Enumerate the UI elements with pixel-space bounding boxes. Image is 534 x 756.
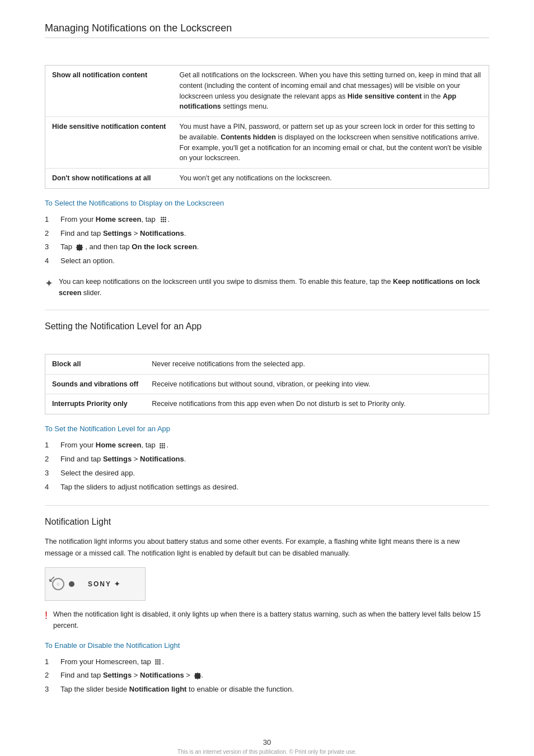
term-hide-sensitive: Hide sensitive notification content <box>45 117 173 169</box>
svg-point-9 <box>160 443 162 445</box>
app-section-heading: To Set the Notification Level for an App <box>45 424 489 433</box>
copyright-text: This is an internet version of this publ… <box>45 749 489 755</box>
svg-point-18 <box>156 659 157 661</box>
page-number: 30 <box>45 738 489 746</box>
svg-point-23 <box>160 661 161 663</box>
list-item: 1 From your Home screen, tap . <box>45 438 489 452</box>
page: Managing Notifications on the Lockscreen… <box>0 0 534 756</box>
svg-point-4 <box>163 219 165 221</box>
svg-point-25 <box>157 663 159 665</box>
svg-point-24 <box>156 663 157 665</box>
gear-icon <box>76 244 83 251</box>
arrow-icon: ↙ <box>48 573 55 584</box>
svg-point-10 <box>162 443 163 445</box>
section-divider <box>45 310 489 310</box>
sony-device-image: ↙ ○ SONY ✦ <box>45 567 146 601</box>
svg-point-8 <box>165 221 167 223</box>
app-level-table: Block all Never receive notifications fr… <box>45 354 489 414</box>
notification-dot <box>69 581 74 587</box>
lockscreen-table: Show all notification content Get all no… <box>45 65 489 189</box>
lockscreen-section-heading: To Select the Notifications to Display o… <box>45 199 489 207</box>
list-item: 2 Find and tap Settings > Notifications … <box>45 669 489 683</box>
svg-point-22 <box>157 661 159 663</box>
table-row: Interrupts Priority only Receive notific… <box>45 394 489 414</box>
list-item: 2 Find and tap Settings > Notifications. <box>45 227 489 241</box>
notification-light-heading: To Enable or Disable the Notification Li… <box>45 641 489 650</box>
table-row: Sounds and vibrations off Receive notifi… <box>45 374 489 394</box>
svg-point-19 <box>157 659 159 661</box>
page-footer: 30 This is an internet version of this p… <box>45 738 489 755</box>
svg-point-16 <box>162 447 163 449</box>
app-steps-list: 1 From your Home screen, tap . 2 Find an… <box>45 438 489 494</box>
lockscreen-tip-box: ✦ You can keep notifications on the lock… <box>45 276 489 298</box>
notification-light-steps-list: 1 From your Homescreen, tap . <box>45 655 489 697</box>
section2-title: Setting the Notification Level for an Ap… <box>45 321 489 332</box>
table-row: Show all notification content Get all no… <box>45 66 489 117</box>
warning-box: ! When the notification light is disable… <box>45 609 489 631</box>
def-sounds-vibrations: Receive notifications but without sound,… <box>145 374 489 394</box>
def-dont-show: You won't get any notifications on the l… <box>173 169 489 189</box>
section3-title: Notification Light <box>45 517 489 527</box>
list-item: 1 From your Homescreen, tap . <box>45 655 489 669</box>
svg-point-12 <box>160 445 162 446</box>
svg-point-7 <box>163 221 165 223</box>
warning-icon: ! <box>45 610 48 622</box>
table-row: Hide sensitive notification content You … <box>45 117 489 169</box>
table-row: Don't show notifications at all You won'… <box>45 169 489 189</box>
tip-text: You can keep notifications on the locksc… <box>59 276 489 298</box>
def-hide-sensitive: You must have a PIN, password, or patter… <box>173 117 489 169</box>
list-item: 1 From your Home screen, tap . <box>45 213 489 227</box>
def-interrupts-priority: Receive notifications from this app even… <box>145 394 489 414</box>
gear-icon2 <box>194 672 202 680</box>
svg-point-21 <box>156 661 157 663</box>
sony-logo: SONY ✦ <box>88 580 121 588</box>
home-grid-icon3 <box>154 658 162 666</box>
term-block-all: Block all <box>45 354 146 374</box>
svg-point-5 <box>165 219 167 221</box>
warning-text: When the notification light is disabled,… <box>53 609 489 631</box>
main-content: Managing Notifications on the Lockscreen… <box>45 22 489 738</box>
term-interrupts-priority: Interrupts Priority only <box>45 394 146 414</box>
home-grid-icon2 <box>158 442 166 450</box>
svg-point-15 <box>160 447 162 449</box>
term-show-all: Show all notification content <box>45 66 173 117</box>
svg-point-20 <box>160 659 161 661</box>
svg-point-11 <box>164 443 166 445</box>
term-sounds-vibrations: Sounds and vibrations off <box>45 374 146 394</box>
list-item: 3 Select the desired app. <box>45 466 489 480</box>
notification-light-desc: The notification light informs you about… <box>45 536 489 559</box>
svg-point-0 <box>161 217 163 219</box>
def-block-all: Never receive notifications from the sel… <box>145 354 489 374</box>
svg-point-14 <box>164 445 166 446</box>
table-row: Block all Never receive notifications fr… <box>45 354 489 374</box>
svg-point-2 <box>165 217 167 219</box>
svg-point-17 <box>164 447 166 449</box>
list-item: 3 Tap the slider beside Notification lig… <box>45 683 489 697</box>
def-show-all: Get all notifications on the lockscreen.… <box>173 66 489 117</box>
term-dont-show: Don't show notifications at all <box>45 169 173 189</box>
tip-icon: ✦ <box>45 277 53 290</box>
svg-point-26 <box>160 663 161 665</box>
svg-point-13 <box>162 445 163 446</box>
section-divider2 <box>45 505 489 506</box>
notification-light-section: The notification light informs you about… <box>45 536 489 697</box>
section1-title: Managing Notifications on the Lockscreen <box>45 22 489 38</box>
svg-point-3 <box>161 219 163 221</box>
list-item: 2 Find and tap Settings > Notifications. <box>45 452 489 466</box>
list-item: 4 Select an option. <box>45 254 489 268</box>
list-item: 4 Tap the sliders to adjust notification… <box>45 480 489 494</box>
list-item: 3 Tap , and then tap On the lock screen. <box>45 240 489 254</box>
home-grid-icon <box>158 215 167 224</box>
svg-point-1 <box>163 217 165 219</box>
lockscreen-steps-list: 1 From your Home screen, tap . <box>45 213 489 268</box>
svg-point-6 <box>161 221 163 223</box>
